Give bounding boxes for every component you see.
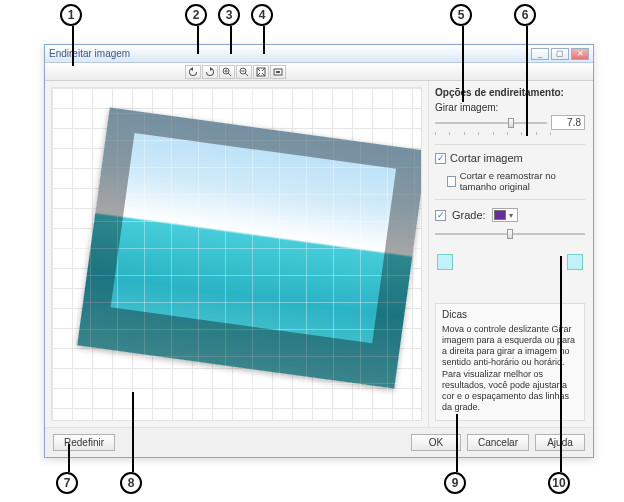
callout-2: 2 bbox=[185, 4, 207, 26]
callout-leader bbox=[456, 414, 458, 472]
color-swatch-icon bbox=[494, 210, 506, 220]
callout-leader bbox=[72, 26, 74, 66]
ok-button[interactable]: OK bbox=[411, 434, 461, 451]
resample-label: Cortar e reamostrar no tamanho original bbox=[460, 170, 585, 192]
cancel-button[interactable]: Cancelar bbox=[467, 434, 529, 451]
fit-window-button[interactable] bbox=[253, 65, 269, 79]
resample-checkbox[interactable] bbox=[447, 176, 456, 187]
straighten-dialog: Endireitar imagem _ ▢ ✕ bbox=[44, 44, 594, 458]
grid-dark-swatch[interactable] bbox=[567, 254, 583, 270]
toolbar bbox=[45, 63, 593, 81]
callout-3: 3 bbox=[218, 4, 240, 26]
options-panel: Opções de endireitamento: Girar imagem: … bbox=[428, 81, 593, 427]
callout-9: 9 bbox=[444, 472, 466, 494]
zoom-out-button[interactable] bbox=[236, 65, 252, 79]
grid-color-dropdown[interactable]: ▾ bbox=[492, 208, 518, 222]
zoom-out-icon bbox=[239, 67, 249, 77]
callout-leader bbox=[230, 26, 232, 54]
chevron-down-icon: ▾ bbox=[506, 211, 516, 220]
grid-light-swatch[interactable] bbox=[437, 254, 453, 270]
svg-line-5 bbox=[245, 73, 248, 76]
callout-6: 6 bbox=[514, 4, 536, 26]
callout-leader bbox=[526, 26, 528, 136]
image-preview bbox=[77, 107, 422, 388]
minimize-button[interactable]: _ bbox=[531, 48, 549, 60]
tips-title: Dicas bbox=[442, 309, 578, 322]
zoom-in-icon bbox=[222, 67, 232, 77]
rotate-value[interactable]: 7.8 bbox=[551, 115, 585, 130]
straighten-grid-overlay bbox=[51, 87, 422, 410]
dialog-footer: Redefinir OK Cancelar Ajuda bbox=[45, 427, 593, 457]
rotate-right-button[interactable] bbox=[202, 65, 218, 79]
preview-area[interactable] bbox=[45, 81, 428, 427]
grid-spacing-slider[interactable] bbox=[435, 228, 585, 240]
callout-leader bbox=[462, 26, 464, 102]
reset-button[interactable]: Redefinir bbox=[53, 434, 115, 451]
callout-8: 8 bbox=[120, 472, 142, 494]
crop-label: Cortar imagem bbox=[450, 152, 523, 164]
dialog-title: Endireitar imagem bbox=[49, 48, 531, 59]
grid-checkbox[interactable] bbox=[435, 210, 446, 221]
canvas-grid bbox=[51, 87, 422, 421]
tips-body: Mova o controle deslizante Girar imagem … bbox=[442, 324, 578, 414]
tips-panel: Dicas Mova o controle deslizante Girar i… bbox=[435, 303, 585, 421]
zoom-in-button[interactable] bbox=[219, 65, 235, 79]
actual-size-icon bbox=[273, 67, 283, 77]
callout-10: 10 bbox=[548, 472, 570, 494]
crop-checkbox[interactable] bbox=[435, 153, 446, 164]
callout-leader bbox=[132, 392, 134, 472]
callout-4: 4 bbox=[251, 4, 273, 26]
callout-leader bbox=[560, 256, 562, 472]
rotate-label: Girar imagem: bbox=[435, 102, 585, 113]
rotate-slider[interactable] bbox=[435, 117, 547, 129]
actual-size-button[interactable] bbox=[270, 65, 286, 79]
callout-leader bbox=[263, 26, 265, 54]
options-title: Opções de endireitamento: bbox=[435, 87, 585, 98]
close-button[interactable]: ✕ bbox=[571, 48, 589, 60]
callout-leader bbox=[68, 444, 70, 472]
rotate-right-icon bbox=[205, 67, 215, 77]
grid-label: Grade: bbox=[452, 209, 486, 221]
rotate-left-button[interactable] bbox=[185, 65, 201, 79]
fit-icon bbox=[256, 67, 266, 77]
svg-line-1 bbox=[228, 73, 231, 76]
callout-7: 7 bbox=[56, 472, 78, 494]
rotate-left-icon bbox=[188, 67, 198, 77]
callout-1: 1 bbox=[60, 4, 82, 26]
maximize-button[interactable]: ▢ bbox=[551, 48, 569, 60]
callout-leader bbox=[197, 26, 199, 54]
callout-5: 5 bbox=[450, 4, 472, 26]
svg-rect-9 bbox=[276, 71, 280, 73]
titlebar[interactable]: Endireitar imagem _ ▢ ✕ bbox=[45, 45, 593, 63]
